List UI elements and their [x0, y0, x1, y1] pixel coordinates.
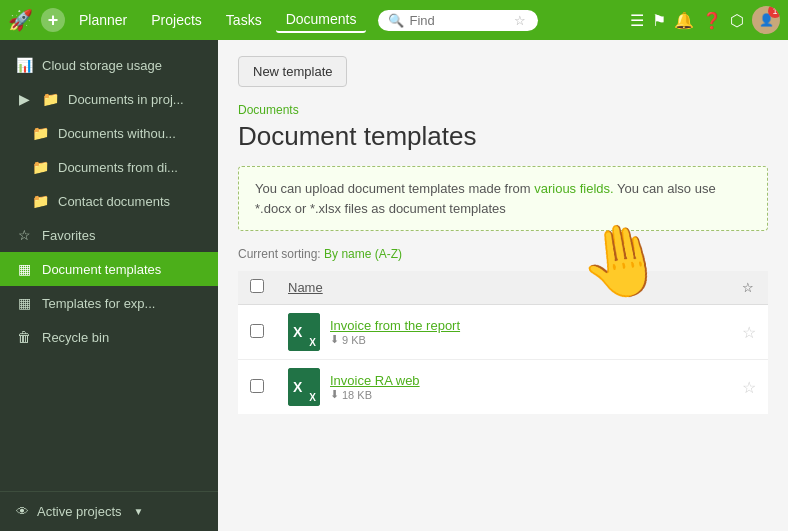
search-box: 🔍 ☆: [378, 10, 538, 31]
chart-icon: 📊: [16, 57, 32, 73]
sidebar-label-contact-documents: Contact documents: [58, 194, 170, 209]
row-star-cell-1[interactable]: ☆: [730, 305, 768, 360]
table-row: X Invoice from the report ⬇ 9 KB: [238, 305, 768, 360]
menu-icon[interactable]: ☰: [630, 11, 644, 30]
add-button[interactable]: +: [41, 8, 65, 32]
sidebar-item-favorites[interactable]: ☆ Favorites: [0, 218, 218, 252]
star-column-header: ☆: [730, 271, 768, 305]
table-header-row: Name ☆: [238, 271, 768, 305]
info-box: You can upload document templates made f…: [238, 166, 768, 231]
doc-name-cell-2: X Invoice RA web ⬇ 18 KB: [288, 368, 718, 406]
row-name-cell-1: X Invoice from the report ⬇ 9 KB: [276, 305, 730, 360]
star-toggle-2[interactable]: ☆: [742, 379, 756, 396]
sidebar-item-cloud-storage[interactable]: 📊 Cloud storage usage: [0, 48, 218, 82]
sidebar-item-documents-in-proj[interactable]: ▶ 📁 Documents in proj...: [0, 82, 218, 116]
doc-name-info-2: Invoice RA web ⬇ 18 KB: [330, 373, 420, 401]
star-icon: ☆: [514, 13, 526, 28]
search-input[interactable]: [409, 13, 509, 28]
doc-size-1: ⬇ 9 KB: [330, 333, 460, 346]
sidebar-label-documents-in-proj: Documents in proj...: [68, 92, 184, 107]
row-checkbox-cell-1: [238, 305, 276, 360]
user-avatar[interactable]: 👤 1: [752, 6, 780, 34]
svg-text:X: X: [293, 324, 303, 340]
row-star-cell-2[interactable]: ☆: [730, 360, 768, 415]
sidebar: 📊 Cloud storage usage ▶ 📁 Documents in p…: [0, 40, 218, 531]
search-icon: 🔍: [388, 13, 404, 28]
info-link-various-fields[interactable]: various fields.: [534, 181, 613, 196]
flag-icon[interactable]: ⚑: [652, 11, 666, 30]
row-name-cell-2: X Invoice RA web ⬇ 18 KB: [276, 360, 730, 415]
avatar-badge: 1: [768, 6, 780, 18]
star-outline-icon: ☆: [16, 227, 32, 243]
sidebar-label-templates-for-exp: Templates for exp...: [42, 296, 155, 311]
nav-projects[interactable]: Projects: [141, 8, 212, 32]
bell-icon[interactable]: 🔔: [674, 11, 694, 30]
chevron-down-icon: ▼: [134, 506, 144, 517]
active-projects-label: Active projects: [37, 504, 122, 519]
select-all-checkbox[interactable]: [250, 279, 264, 293]
eye-icon: 👁: [16, 504, 29, 519]
table-row: X Invoice RA web ⬇ 18 KB: [238, 360, 768, 415]
folder-icon-4: 📁: [32, 193, 48, 209]
sidebar-label-document-templates: Document templates: [42, 262, 161, 277]
row-checkbox-2[interactable]: [250, 379, 264, 393]
main-layout: 📊 Cloud storage usage ▶ 📁 Documents in p…: [0, 40, 788, 531]
sidebar-label-cloud-storage: Cloud storage usage: [42, 58, 162, 73]
sidebar-item-recycle-bin[interactable]: 🗑 Recycle bin: [0, 320, 218, 354]
sidebar-label-documents-from-di: Documents from di...: [58, 160, 178, 175]
row-checkbox-cell-2: [238, 360, 276, 415]
sorting-label: Current sorting:: [238, 247, 321, 261]
info-text-before: You can upload document templates made f…: [255, 181, 534, 196]
help-icon[interactable]: ❓: [702, 11, 722, 30]
content-wrapper: New template Documents Document template…: [218, 40, 788, 531]
nav-documents[interactable]: Documents: [276, 7, 367, 33]
nav-tasks[interactable]: Tasks: [216, 8, 272, 32]
name-column-header[interactable]: Name: [276, 271, 730, 305]
download-icon-1: ⬇: [330, 333, 339, 346]
sidebar-label-favorites: Favorites: [42, 228, 95, 243]
sidebar-item-contact-documents[interactable]: 📁 Contact documents: [0, 184, 218, 218]
star-toggle-1[interactable]: ☆: [742, 324, 756, 341]
folder-icon-3: 📁: [32, 159, 48, 175]
template-icon-2: ▦: [16, 295, 32, 311]
download-icon-2: ⬇: [330, 388, 339, 401]
document-table: Name ☆: [238, 271, 768, 414]
select-all-col: [238, 271, 276, 305]
sidebar-items: 📊 Cloud storage usage ▶ 📁 Documents in p…: [0, 40, 218, 491]
top-nav: 🚀 + Planner Projects Tasks Documents 🔍 ☆…: [0, 0, 788, 40]
sidebar-item-documents-from-di[interactable]: 📁 Documents from di...: [0, 150, 218, 184]
nav-planner[interactable]: Planner: [69, 8, 137, 32]
nav-icon-group: ☰ ⚑ 🔔 ❓ ⬡ 👤 1: [630, 6, 780, 34]
new-template-button[interactable]: New template: [238, 56, 347, 87]
chevron-right-icon: ▶: [16, 91, 32, 107]
sidebar-label-documents-without: Documents withou...: [58, 126, 176, 141]
folder-icon-2: 📁: [32, 125, 48, 141]
doc-size-2: ⬇ 18 KB: [330, 388, 420, 401]
content-area: New template Documents Document template…: [218, 40, 788, 531]
breadcrumb: Documents: [238, 103, 768, 117]
content-inner: New template Documents Document template…: [218, 40, 788, 531]
folder-icon-1: 📁: [42, 91, 58, 107]
sidebar-item-documents-without[interactable]: 📁 Documents withou...: [0, 116, 218, 150]
row-checkbox-1[interactable]: [250, 324, 264, 338]
trash-icon: 🗑: [16, 329, 32, 345]
sorting-link[interactable]: By name (A-Z): [324, 247, 402, 261]
active-projects-button[interactable]: 👁 Active projects ▼: [0, 491, 218, 531]
doc-name-link-1[interactable]: Invoice from the report: [330, 318, 460, 333]
svg-text:X: X: [293, 379, 303, 395]
layers-icon[interactable]: ⬡: [730, 11, 744, 30]
page-title: Document templates: [238, 121, 768, 152]
sidebar-label-recycle-bin: Recycle bin: [42, 330, 109, 345]
doc-name-link-2[interactable]: Invoice RA web: [330, 373, 420, 388]
rocket-icon: 🚀: [8, 8, 33, 32]
doc-name-cell-1: X Invoice from the report ⬇ 9 KB: [288, 313, 718, 351]
template-icon-active: ▦: [16, 261, 32, 277]
sidebar-item-templates-for-exp[interactable]: ▦ Templates for exp...: [0, 286, 218, 320]
sidebar-item-document-templates[interactable]: ▦ Document templates: [0, 252, 218, 286]
xlsx-icon-1: X: [288, 313, 320, 351]
sorting-row: Current sorting: By name (A-Z): [238, 247, 768, 261]
xlsx-icon-2: X: [288, 368, 320, 406]
doc-name-info-1: Invoice from the report ⬇ 9 KB: [330, 318, 460, 346]
